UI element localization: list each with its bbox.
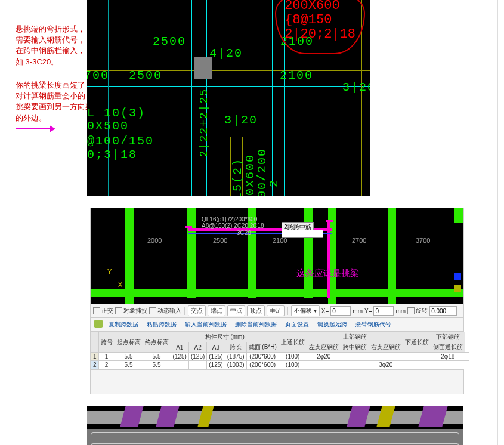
snap-vertex[interactable]: 顶点 <box>247 305 265 316</box>
beam-label: 0;3|18 <box>87 148 137 162</box>
float-input[interactable] <box>282 230 323 238</box>
table-cell[interactable] <box>307 361 341 369</box>
rebar-label: 3|20 <box>342 81 370 94</box>
arrow-icon <box>16 128 54 129</box>
table-footer <box>91 369 463 394</box>
app-icon <box>94 320 103 328</box>
tab-copy[interactable]: 复制跨数据 <box>106 320 141 329</box>
table-cell[interactable]: 1 <box>98 353 115 361</box>
osnap-ortho[interactable]: 正交 <box>93 307 113 315</box>
table-toolbar: 复制跨数据 粘贴跨数据 输入当前列数据 删除当前列数据 页面设置 调换起始跨 悬… <box>91 318 463 332</box>
rebar-label: 4|20 <box>209 47 243 60</box>
annotation-inline: 这条应该是挑梁 <box>296 268 359 279</box>
offset-mode[interactable]: 不偏移 ▾ <box>291 305 320 316</box>
snap-toolbar: 正交 对象捕捉 动态输入 交点 端点 中点 顶点 垂足 不偏移 ▾ X= mm … <box>91 304 463 318</box>
dim-label: 2500 <box>153 35 186 48</box>
rebar-label: 2|22+2|25 <box>198 88 210 157</box>
table-cell[interactable] <box>341 361 369 369</box>
osnap-dyn[interactable]: 动态输入 <box>149 307 181 315</box>
annotation-1: 悬挑端的弯折形式， 需要输入钢筋代号， 在跨中钢筋栏输入， 如 3-3C20。 <box>16 24 85 67</box>
content-area: 悬挑端的弯折形式， 需要输入钢筋代号， 在跨中钢筋栏输入， 如 3-3C20。 … <box>60 0 497 445</box>
snap-perp[interactable]: 垂足 <box>267 305 285 316</box>
table-cell[interactable] <box>171 361 188 369</box>
table-cell[interactable]: (125) <box>171 353 188 361</box>
rotate-chk[interactable]: 旋转 <box>407 307 428 315</box>
cad-viewport-1[interactable]: 2500 2100 700 2500 2100 4|20 3|20 3|20 2… <box>87 0 370 196</box>
beam-label: 3C20 <box>237 230 251 236</box>
rotate-value[interactable] <box>429 306 457 316</box>
beam-label: A8@150(2) 2C20;2C18 <box>202 222 264 229</box>
tab-del-col[interactable]: 删除当前列数据 <box>233 320 279 329</box>
table-cell[interactable]: (100) <box>279 353 307 361</box>
table-cell[interactable]: 1 <box>91 353 99 361</box>
rebar-label: 3|20 <box>224 113 258 127</box>
table-cell[interactable]: (1875) <box>225 353 246 361</box>
tab-paste[interactable]: 粘贴跨数据 <box>144 320 179 329</box>
table-cell[interactable]: 5.5 <box>115 361 143 369</box>
beam-label: L 10(3) <box>87 106 146 120</box>
table-cell[interactable]: 2 <box>98 361 115 369</box>
table-cell[interactable]: 3φ20 <box>369 361 403 369</box>
axis-y: Y <box>107 268 112 275</box>
dim-label: 2500 <box>213 237 227 244</box>
tab-cantilever[interactable]: 悬臂钢筋代号 <box>353 320 394 329</box>
red-callout: 200X600 {8@150 2|20;2|18 <box>275 0 365 54</box>
beam-label: @100/200 <box>255 148 269 196</box>
beam-label: L5(2) <box>231 158 245 196</box>
table-cell[interactable] <box>465 361 469 369</box>
span-table[interactable]: 跨号 起点标高 终点标高 构件尺寸 (mm) 上通长筋 上部钢筋 下通长筋 下部… <box>91 332 469 369</box>
table-cell[interactable] <box>341 353 369 361</box>
table-cell[interactable]: (125) <box>188 353 206 361</box>
table-cell[interactable]: 2φ20 <box>307 353 341 361</box>
table-cell[interactable]: (1003) <box>225 361 246 369</box>
beam-label: QL16(p1| /2)200*600 <box>202 216 257 222</box>
dim-label: 2100 <box>280 69 313 82</box>
table-cell[interactable] <box>403 353 431 361</box>
annotation-2: 你的挑梁长度画短了， 对计算钢筋量会小的， 挑梁要画到另一方向梁 的外边。 <box>16 80 93 123</box>
table-cell[interactable] <box>465 353 469 361</box>
table-cell[interactable]: (200*600) <box>246 361 279 369</box>
dim-label: 2500 <box>129 69 162 82</box>
table-cell[interactable] <box>188 361 206 369</box>
dim-label: 3700 <box>416 237 430 244</box>
table-cell[interactable] <box>369 353 403 361</box>
beam-label: 0X500 <box>87 119 129 133</box>
tab-swap[interactable]: 调换起始跨 <box>315 320 350 329</box>
axis-x: X <box>118 281 122 288</box>
table-cell[interactable]: 2φ18 <box>431 353 465 361</box>
cad-3d-view[interactable] <box>87 406 463 445</box>
tab-input-col[interactable]: 输入当前列数据 <box>183 320 229 329</box>
cad-viewport-2[interactable]: 2000 2500 2100 2700 3700 这条应该是挑梁 Y X QL1… <box>91 208 463 304</box>
table-cell[interactable]: 5.5 <box>115 353 143 361</box>
dim-label: 700 <box>87 69 109 82</box>
tab-page-setup[interactable]: 页面设置 <box>283 320 311 329</box>
table-cell[interactable]: 5.5 <box>143 353 171 361</box>
osnap-obj[interactable]: 对象捕捉 <box>115 307 147 315</box>
snap-intersection[interactable]: 交点 <box>188 305 206 316</box>
snap-midpoint[interactable]: 中点 <box>227 305 245 316</box>
table-cell[interactable]: (125) <box>207 361 225 369</box>
snap-endpoint[interactable]: 端点 <box>208 305 225 316</box>
dim-label: 2700 <box>352 237 366 244</box>
coord-y[interactable] <box>373 306 394 316</box>
table-cell[interactable] <box>403 361 431 369</box>
table-cell[interactable]: (200*600) <box>246 353 279 361</box>
table-cell[interactable]: (100) <box>279 361 307 369</box>
table-cell[interactable]: (125) <box>207 353 225 361</box>
table-cell[interactable] <box>431 361 465 369</box>
model-and-table: 2000 2500 2100 2700 3700 这条应该是挑梁 Y X QL1… <box>90 208 464 394</box>
coord-x[interactable] <box>330 306 351 316</box>
table-cell[interactable]: 5.5 <box>143 361 171 369</box>
table-cell[interactable]: 2 <box>91 361 99 369</box>
dim-label: 2000 <box>147 237 162 244</box>
beam-label: 2 <box>267 179 281 187</box>
beam-label: @100/150 <box>87 134 154 148</box>
